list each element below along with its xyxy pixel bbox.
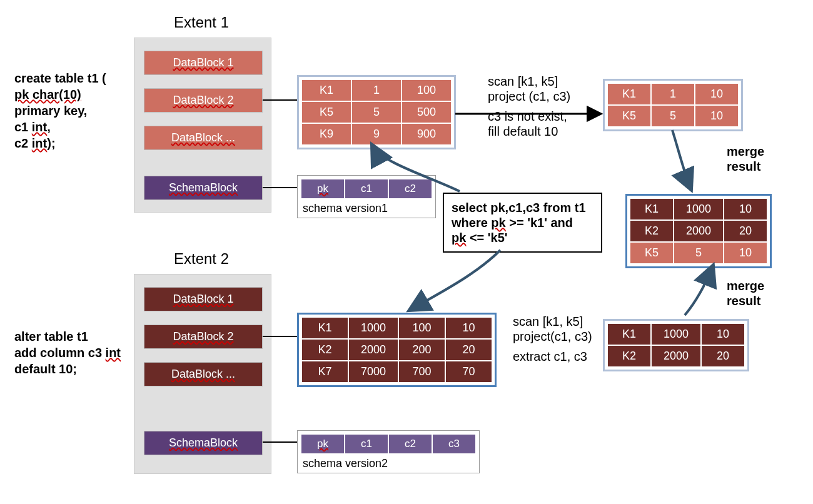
table-row: K11100 [301, 79, 452, 101]
schema1-frame: pk c1 c2 schema version1 [297, 175, 436, 218]
sql-create-l2b: primary key, [14, 103, 106, 119]
table-row: K5510 [630, 242, 767, 264]
schema2-frame: pk c1 c2 c3 schema version2 [297, 430, 480, 473]
schema2-caption: schema version2 [300, 455, 477, 471]
sql-alter-l1: alter table t1 [14, 328, 121, 345]
scan-project-1: scan [k1, k5] project (c1, c3) c3 is not… [488, 74, 570, 139]
extent1-datablock-1: DataBlock 1 [144, 51, 263, 75]
table-row: K1100010010 [301, 317, 492, 339]
table-row: K99900 [301, 123, 452, 145]
result2-table: K1100010 K2200020 [603, 319, 749, 371]
extent2-title: Extent 2 [174, 250, 229, 268]
query-box: select pk,c1,c3 from t1 where pk >= 'k1'… [443, 193, 602, 253]
extent1-datablock-n: DataBlock ... [144, 126, 263, 150]
sql-alter-l3: default 10; [14, 361, 121, 377]
sql-create-l3: c1 int, [14, 119, 106, 135]
merged-result-table: K1100010 K2200020 K5510 [625, 194, 772, 268]
table-row: pk c1 c2 [301, 179, 432, 199]
datablock2-table-ext2: K1100010010 K2200020020 K7700070070 [297, 313, 497, 387]
table-row: K2200020 [630, 220, 767, 242]
merge-result-label-1: mergeresult [727, 144, 764, 174]
sql-create-l4: c2 int); [14, 135, 106, 151]
merge-result-label-2: mergeresult [727, 278, 764, 308]
sql-create-l2: pk char(10) [14, 86, 106, 103]
extent1-schemablock: SchemaBlock [144, 176, 263, 200]
table-row: K55500 [301, 101, 452, 123]
table-row: K5510 [607, 105, 739, 127]
extent2-box: DataBlock 1 DataBlock 2 DataBlock ... Sc… [134, 274, 271, 474]
table-row: K1100010 [607, 323, 745, 345]
table-row: K2200020 [607, 345, 745, 367]
table-row: pk c1 c2 c3 [301, 434, 476, 454]
extent1-title: Extent 1 [174, 14, 229, 31]
sql-create-l1: create table t1 ( [14, 70, 106, 86]
table-row: K2200020020 [301, 339, 492, 361]
sql-alter: alter table t1 add column c3 int default… [14, 328, 121, 377]
extent1-datablock-2: DataBlock 2 [144, 88, 263, 113]
extent2-schemablock: SchemaBlock [144, 431, 263, 455]
sql-alter-l2: add column c3 int [14, 345, 121, 361]
sql-create: create table t1 ( pk char(10) primary ke… [14, 70, 106, 151]
result1-table: K1110 K5510 [603, 79, 743, 131]
scan-project-2: scan [k1, k5] project(c1, c3) extract c1… [513, 314, 592, 364]
schema1-caption: schema version1 [300, 199, 433, 216]
table-row: K1100010 [630, 198, 767, 220]
table-row: K1110 [607, 83, 739, 105]
extent2-datablock-n: DataBlock ... [144, 362, 263, 386]
datablock2-table-ext1: K11100 K55500 K99900 [297, 75, 456, 149]
extent2-datablock-2: DataBlock 2 [144, 325, 263, 349]
table-row: K7700070070 [301, 361, 492, 383]
extent2-datablock-1: DataBlock 1 [144, 287, 263, 311]
extent1-box: DataBlock 1 DataBlock 2 DataBlock ... Sc… [134, 38, 271, 213]
